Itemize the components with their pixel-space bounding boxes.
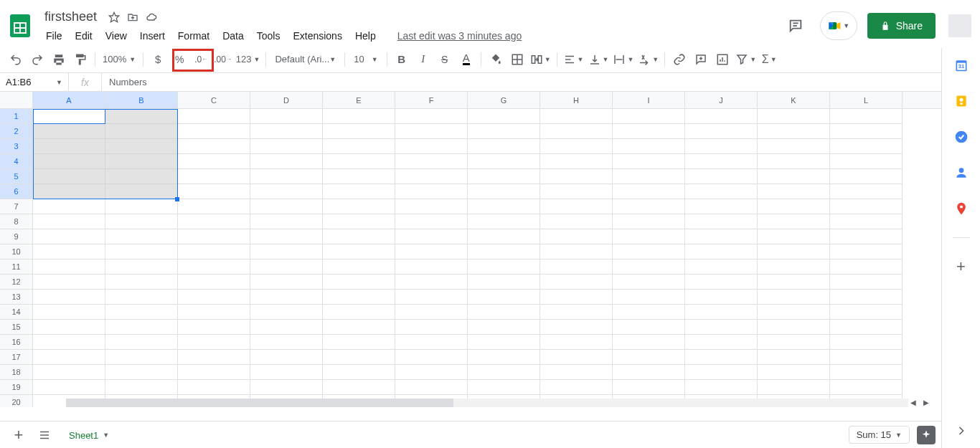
cell-K5[interactable] [758, 169, 830, 184]
cell-H6[interactable] [540, 184, 613, 199]
cell-J18[interactable] [685, 365, 758, 380]
cell-A17[interactable] [33, 350, 105, 365]
cell-A9[interactable] [33, 229, 105, 244]
cell-D18[interactable] [250, 365, 323, 380]
cell-J8[interactable] [685, 214, 758, 229]
cell-H13[interactable] [540, 290, 613, 305]
cell-J3[interactable] [685, 139, 758, 154]
cell-A6[interactable] [33, 184, 105, 199]
cell-J7[interactable] [685, 199, 758, 214]
cell-H5[interactable] [540, 169, 613, 184]
cell-H15[interactable] [540, 320, 613, 335]
row-header-11[interactable]: 11 [0, 259, 33, 275]
cell-A16[interactable] [33, 335, 105, 350]
print-button[interactable] [49, 49, 69, 70]
cell-L8[interactable] [830, 214, 903, 229]
cell-D13[interactable] [250, 290, 323, 305]
column-header-I[interactable]: I [613, 92, 685, 108]
cell-F1[interactable] [395, 109, 468, 124]
column-header-K[interactable]: K [758, 92, 830, 108]
cell-H17[interactable] [540, 350, 613, 365]
cell-B14[interactable] [105, 305, 178, 320]
cell-B16[interactable] [105, 335, 178, 350]
cell-G2[interactable] [468, 124, 540, 139]
row-header-17[interactable]: 17 [0, 350, 33, 365]
row-header-14[interactable]: 14 [0, 305, 33, 320]
row-header-1[interactable]: 1 [0, 109, 33, 124]
cell-B6[interactable] [105, 184, 178, 199]
cell-E16[interactable] [323, 335, 395, 350]
cell-L14[interactable] [830, 305, 903, 320]
cell-I7[interactable] [613, 199, 685, 214]
quicksum-box[interactable]: Sum: 15▼ [849, 426, 910, 444]
row-header-13[interactable]: 13 [0, 290, 33, 305]
column-header-E[interactable]: E [323, 92, 395, 108]
maps-icon[interactable] [954, 201, 969, 216]
menu-edit[interactable]: Edit [70, 27, 98, 44]
cell-L4[interactable] [830, 154, 903, 169]
account-avatar[interactable] [948, 14, 971, 37]
cell-C18[interactable] [178, 365, 250, 380]
cell-L3[interactable] [830, 139, 903, 154]
spreadsheet-grid[interactable]: ABCDEFGHIJKL 123456789101112131415161718… [0, 92, 971, 407]
keep-icon[interactable] [954, 94, 969, 108]
vertical-align-button[interactable]: ▼ [587, 49, 611, 70]
decrease-decimal-button[interactable]: .0← [191, 49, 211, 70]
cell-A12[interactable] [33, 275, 105, 290]
text-rotation-button[interactable]: ▼ [636, 49, 660, 70]
star-icon[interactable] [108, 11, 120, 25]
cell-J12[interactable] [685, 275, 758, 290]
sheets-logo-icon[interactable] [6, 11, 34, 40]
cell-F2[interactable] [395, 124, 468, 139]
cell-D16[interactable] [250, 335, 323, 350]
cell-J15[interactable] [685, 320, 758, 335]
cell-I13[interactable] [613, 290, 685, 305]
strikethrough-button[interactable]: S [435, 49, 455, 70]
cell-L2[interactable] [830, 124, 903, 139]
cell-F3[interactable] [395, 139, 468, 154]
cell-B13[interactable] [105, 290, 178, 305]
cell-D8[interactable] [250, 214, 323, 229]
cell-C4[interactable] [178, 154, 250, 169]
font-size-select[interactable]: 10▼ [349, 49, 382, 70]
cell-C9[interactable] [178, 229, 250, 244]
cell-K17[interactable] [758, 350, 830, 365]
cell-G16[interactable] [468, 335, 540, 350]
cell-A5[interactable] [33, 169, 105, 184]
cell-L15[interactable] [830, 320, 903, 335]
add-sheet-button[interactable]: + [6, 422, 32, 448]
cloud-status-icon[interactable] [146, 11, 157, 25]
cell-I16[interactable] [613, 335, 685, 350]
cell-I10[interactable] [613, 244, 685, 259]
cell-G5[interactable] [468, 169, 540, 184]
cell-D11[interactable] [250, 259, 323, 275]
cell-G1[interactable] [468, 109, 540, 124]
cell-D15[interactable] [250, 320, 323, 335]
cell-F8[interactable] [395, 214, 468, 229]
cell-H12[interactable] [540, 275, 613, 290]
scroll-right-icon[interactable]: ▶ [920, 397, 933, 407]
cell-D19[interactable] [250, 380, 323, 395]
cell-A8[interactable] [33, 214, 105, 229]
menu-insert[interactable]: Insert [134, 27, 171, 44]
name-box[interactable]: A1:B6▼ [0, 73, 69, 91]
cell-K19[interactable] [758, 380, 830, 395]
cell-I19[interactable] [613, 380, 685, 395]
cell-A3[interactable] [33, 139, 105, 154]
row-header-10[interactable]: 10 [0, 244, 33, 259]
cell-L9[interactable] [830, 229, 903, 244]
cell-F10[interactable] [395, 244, 468, 259]
cell-D1[interactable] [250, 109, 323, 124]
cell-B4[interactable] [105, 154, 178, 169]
cell-D2[interactable] [250, 124, 323, 139]
cell-L18[interactable] [830, 365, 903, 380]
zoom-select[interactable]: 100%▼ [100, 49, 138, 70]
cell-C14[interactable] [178, 305, 250, 320]
cell-E14[interactable] [323, 305, 395, 320]
contacts-icon[interactable] [954, 166, 969, 180]
cell-A1[interactable] [33, 109, 105, 124]
cell-K13[interactable] [758, 290, 830, 305]
cell-K15[interactable] [758, 320, 830, 335]
cell-K9[interactable] [758, 229, 830, 244]
cell-J2[interactable] [685, 124, 758, 139]
